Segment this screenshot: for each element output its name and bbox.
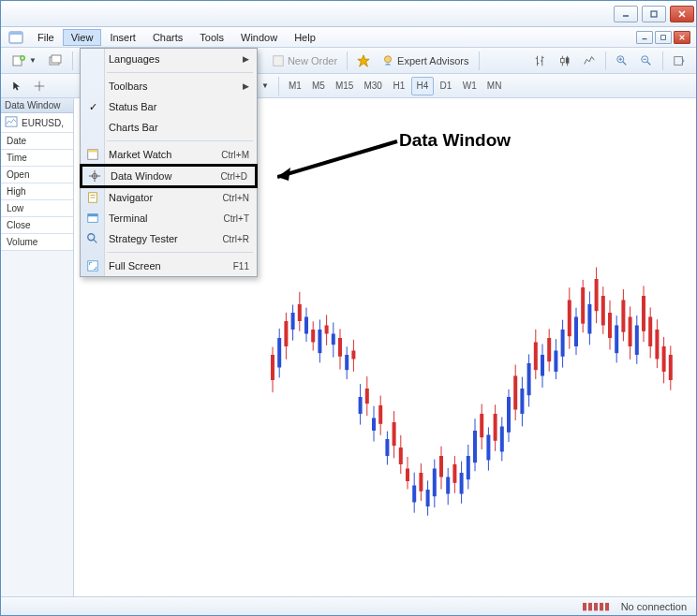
- timeframe-m30[interactable]: M30: [359, 77, 386, 95]
- timeframe-m15[interactable]: M15: [331, 77, 358, 95]
- submenu-arrow-icon: ▶: [243, 81, 249, 91]
- svg-rect-148: [629, 317, 632, 347]
- new-chart-button[interactable]: ▼: [7, 51, 41, 71]
- menu-status-bar[interactable]: ✓ Status Bar: [81, 96, 257, 117]
- cursor-button[interactable]: [7, 76, 27, 96]
- svg-rect-116: [520, 389, 524, 414]
- menu-languages[interactable]: Languages▶: [81, 49, 257, 69]
- strategy-tester-icon: [85, 231, 100, 246]
- timeframe-w1[interactable]: W1: [458, 77, 482, 95]
- svg-rect-138: [595, 279, 599, 311]
- svg-rect-154: [648, 317, 652, 347]
- menu-terminal[interactable]: Terminal Ctrl+T: [81, 208, 257, 228]
- svg-marker-17: [358, 54, 369, 66]
- new-order-button[interactable]: New Order: [267, 51, 342, 71]
- timeframe-h1[interactable]: H1: [388, 77, 410, 95]
- crosshair-button[interactable]: [29, 76, 50, 96]
- timeframe-d1[interactable]: D1: [435, 77, 457, 95]
- timeframe-m5[interactable]: M5: [307, 77, 330, 95]
- svg-rect-78: [393, 422, 396, 446]
- svg-rect-68: [359, 397, 363, 414]
- svg-rect-156: [655, 330, 659, 359]
- svg-rect-162: [88, 150, 98, 153]
- svg-rect-1: [651, 11, 657, 17]
- svg-rect-98: [460, 473, 464, 494]
- svg-rect-82: [406, 469, 409, 482]
- mdi-restore-button[interactable]: [655, 31, 672, 44]
- candlestick-button[interactable]: [554, 51, 576, 71]
- menu-help[interactable]: Help: [286, 29, 324, 46]
- svg-rect-62: [338, 338, 342, 357]
- zoom-out-button[interactable]: [635, 51, 658, 71]
- data-row-high: High: [1, 183, 73, 200]
- svg-rect-74: [378, 405, 382, 424]
- minimize-button[interactable]: [614, 6, 638, 22]
- timeframe-m1[interactable]: M1: [284, 77, 306, 95]
- svg-rect-64: [345, 355, 348, 370]
- svg-rect-58: [325, 326, 329, 334]
- svg-rect-140: [601, 296, 605, 326]
- svg-rect-28: [566, 57, 570, 63]
- svg-rect-132: [574, 317, 578, 347]
- annotation-arrow: [277, 130, 418, 186]
- svg-rect-144: [615, 326, 618, 354]
- svg-line-172: [94, 240, 97, 243]
- menu-file[interactable]: File: [29, 29, 63, 46]
- timeframe-mn[interactable]: MN: [482, 77, 507, 95]
- zoom-in-button[interactable]: [611, 51, 633, 71]
- svg-rect-84: [412, 486, 416, 503]
- line-chart-button[interactable]: [578, 51, 601, 71]
- close-button[interactable]: [670, 6, 694, 22]
- menu-market-watch[interactable]: Market Watch Ctrl+M: [81, 144, 257, 165]
- menu-view[interactable]: View: [63, 29, 102, 46]
- menu-toolbars[interactable]: Toolbars▶: [81, 76, 257, 96]
- svg-line-174: [277, 141, 397, 177]
- menu-strategy-tester[interactable]: Strategy Tester Ctrl+R: [81, 228, 257, 249]
- svg-point-171: [88, 234, 95, 241]
- svg-rect-7: [661, 35, 666, 39]
- svg-rect-72: [372, 418, 376, 432]
- annotation-label: Data Window: [399, 130, 511, 151]
- data-row-close: Close: [1, 217, 73, 234]
- statusbar: ▮▮▮▮▮ No connection: [1, 596, 696, 615]
- menu-insert[interactable]: Insert: [101, 29, 144, 46]
- bar-chart-button[interactable]: [529, 51, 552, 71]
- svg-rect-128: [561, 330, 565, 357]
- svg-rect-88: [426, 490, 430, 506]
- timeframe-h4[interactable]: H4: [411, 77, 434, 95]
- svg-rect-152: [642, 296, 645, 331]
- svg-rect-40: [6, 117, 17, 126]
- menu-navigator[interactable]: Navigator Ctrl+N: [81, 187, 257, 208]
- mdi-close-button[interactable]: [674, 31, 690, 44]
- svg-rect-160: [669, 355, 673, 380]
- menu-window[interactable]: Window: [232, 29, 286, 46]
- svg-rect-134: [581, 287, 585, 324]
- menu-tools[interactable]: Tools: [191, 29, 232, 46]
- data-row-time: Time: [1, 150, 73, 167]
- svg-rect-92: [439, 456, 443, 477]
- menu-charts[interactable]: Charts: [144, 29, 191, 46]
- menu-charts-bar[interactable]: Charts Bar: [81, 117, 257, 138]
- data-window-icon: [87, 169, 102, 183]
- full-screen-icon: [85, 258, 100, 273]
- svg-rect-66: [351, 351, 355, 359]
- svg-rect-142: [608, 313, 612, 338]
- menu-data-window[interactable]: Data Window Ctrl+D: [80, 164, 258, 188]
- mdi-minimize-button[interactable]: [636, 31, 653, 44]
- maximize-button[interactable]: [642, 6, 666, 22]
- profiles-button[interactable]: [43, 51, 67, 71]
- connection-icon: ▮▮▮▮▮: [582, 600, 610, 612]
- svg-line-34: [647, 61, 651, 65]
- checkmark-icon: ✓: [85, 99, 100, 114]
- svg-rect-130: [568, 301, 571, 337]
- menu-full-screen[interactable]: Full Screen F11: [81, 256, 257, 276]
- svg-rect-124: [547, 338, 551, 361]
- auto-scroll-button[interactable]: [668, 51, 690, 71]
- data-window-panel: Data Window EURUSD, DateTimeOpenHighLowC…: [1, 98, 74, 596]
- svg-rect-146: [621, 301, 625, 332]
- svg-rect-42: [271, 355, 274, 380]
- autotrading-button[interactable]: [352, 51, 375, 71]
- expert-advisors-button[interactable]: Expert Advisors: [377, 51, 473, 71]
- terminal-icon: [85, 211, 100, 226]
- svg-rect-150: [635, 326, 639, 356]
